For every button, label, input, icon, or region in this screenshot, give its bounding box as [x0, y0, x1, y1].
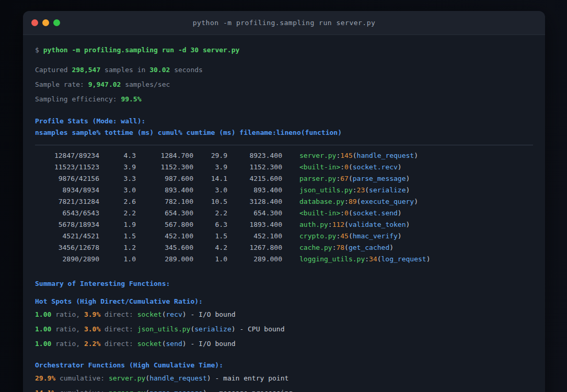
text-segment: 3.9%	[84, 310, 100, 318]
text-segment: Sampling efficiency:	[35, 95, 121, 103]
hot-spots-list: 1.00 ratio, 3.9% direct: socket(recv) - …	[35, 307, 533, 351]
text-segment: )	[182, 340, 187, 348]
cell-nsamples: 6543/6543	[35, 207, 99, 219]
text-segment: cache.py	[299, 244, 332, 251]
terminal-content[interactable]: $ python -m profiling.sampling run -d 30…	[23, 35, 545, 392]
text-segment: ratio,	[51, 340, 84, 348]
text-segment: direct:	[100, 340, 137, 348]
cell-cumtime: 452.100	[227, 230, 282, 242]
text-segment: recv	[166, 310, 182, 318]
cell-cumul_pct: 10.5	[193, 196, 227, 207]
text-segment: (	[353, 152, 357, 159]
text-segment: json_utils.py	[299, 186, 353, 194]
cell-nsamples: 8934/8934	[35, 185, 99, 196]
text-segment: :	[340, 209, 344, 217]
cell-nsamples: 11523/11523	[35, 162, 99, 173]
text-segment: 3.0%	[84, 325, 100, 333]
cell-sample_pct: 1.5	[99, 230, 136, 242]
text-segment: 23	[357, 186, 365, 194]
cell-nsamples: 4521/4521	[35, 230, 99, 242]
text-segment: 1.00	[35, 325, 51, 333]
text-segment: server.py	[109, 374, 145, 382]
cell-nsamples: 12847/89234	[35, 150, 99, 162]
text-segment: server.py	[299, 152, 336, 159]
cell-tottime: 1284.700	[136, 150, 193, 162]
table-row: 9876/421563.3987.60014.14215.600parser.p…	[35, 173, 533, 185]
close-button[interactable]	[31, 19, 38, 26]
cell-cumtime: 893.400	[227, 185, 282, 196]
maximize-button[interactable]	[53, 19, 60, 26]
cell-cumtime: 3128.400	[227, 196, 282, 207]
minimize-button[interactable]	[42, 19, 49, 26]
text-segment: direct:	[100, 310, 137, 318]
text-segment: 2.2%	[84, 340, 100, 348]
text-segment: (	[377, 255, 381, 263]
text-segment: cumulative:	[55, 374, 109, 382]
text-segment: - main entry point	[211, 374, 289, 382]
table-row: 6543/65432.2654.3002.2654.300<built-in>:…	[35, 207, 533, 219]
text-segment: get_cached	[349, 244, 389, 251]
text-segment: )	[406, 175, 410, 182]
cell-cumtime: 1267.800	[227, 242, 282, 253]
text-segment: 67	[340, 175, 349, 182]
text-segment: socket.send	[353, 209, 398, 217]
text-segment: 30.02	[149, 66, 170, 74]
sampling-efficiency-line: Sampling efficiency: 99.5%	[35, 94, 533, 105]
text-segment: <built-in>	[299, 163, 340, 171]
text-segment: (	[162, 340, 166, 348]
text-segment: )	[389, 244, 394, 251]
text-segment: validate_token	[349, 221, 406, 228]
text-segment: (	[344, 244, 349, 251]
table-row: 5678/189341.9567.8006.31893.400auth.py:1…	[35, 219, 533, 230]
text-segment: - CPU bound	[236, 325, 285, 333]
cell-tottime: 452.100	[136, 230, 193, 242]
cell-sample_pct: 1.2	[99, 242, 136, 253]
table-row: 8934/89343.0893.4003.0893.400json_utils.…	[35, 185, 533, 196]
text-segment: :	[353, 186, 357, 194]
window-controls	[31, 11, 60, 34]
text-segment: parser.py	[299, 175, 336, 182]
text-segment: 0	[344, 163, 349, 171]
text-segment: )	[406, 186, 410, 194]
cell-cumul_pct: 14.1	[193, 173, 227, 185]
text-segment: )	[414, 152, 418, 159]
text-segment: handle_request	[149, 374, 207, 382]
text-segment: socket.recv	[353, 163, 398, 171]
text-segment: )	[182, 310, 187, 318]
text-segment: 298,547	[72, 66, 100, 74]
cell-tottime: 893.400	[136, 185, 193, 196]
text-segment: socket	[137, 310, 162, 318]
orchestrator-line: 29.9% cumulative: server.py(handle_reque…	[35, 371, 533, 386]
text-segment: )	[398, 232, 402, 240]
text-segment: )	[398, 209, 402, 217]
text-segment: send	[166, 340, 182, 348]
cell-cumtime: 1152.300	[227, 162, 282, 173]
cell-cumtime: 289.000	[227, 253, 282, 265]
cell-sample_pct: 1.0	[99, 253, 136, 265]
text-segment: (	[145, 389, 149, 392]
hot-spot-line: 1.00 ratio, 3.0% direct: json_utils.py(s…	[35, 322, 533, 337]
text-segment: crypto.py	[299, 232, 336, 240]
cell-cumul_pct: 4.2	[193, 242, 227, 253]
cell-cumtime: 8923.400	[227, 150, 282, 162]
cell-nsamples: 3456/12678	[35, 242, 99, 253]
cell-tottime: 345.600	[136, 242, 193, 253]
text-segment: 0	[344, 209, 349, 217]
cell-sample_pct: 4.3	[99, 150, 136, 162]
titlebar[interactable]: python -m profiling.sampling run server.…	[23, 11, 545, 35]
text-segment: )	[203, 389, 207, 392]
profile-table: 12847/892344.31284.70029.98923.400server…	[35, 150, 533, 265]
text-segment: )	[414, 198, 418, 205]
table-row: 7821/312842.6782.10010.53128.400database…	[35, 196, 533, 207]
text-segment: cumulative:	[55, 389, 109, 392]
text-segment: )	[207, 374, 211, 382]
text-segment: hmac_verify	[353, 232, 398, 240]
cell-cumul_pct: 3.9	[193, 162, 227, 173]
table-row: 12847/892344.31284.70029.98923.400server…	[35, 150, 533, 162]
text-segment: (	[349, 232, 353, 240]
text-segment: )	[398, 163, 402, 171]
text-segment: (	[349, 209, 353, 217]
profile-stats-title: Profile Stats (Mode: wall):	[35, 116, 533, 126]
text-segment: 112	[332, 221, 344, 228]
cell-nsamples: 2890/2890	[35, 253, 99, 265]
